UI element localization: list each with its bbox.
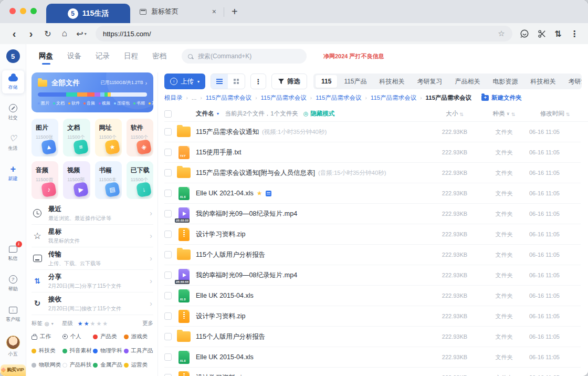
row-checkbox[interactable] [164,231,172,238]
file-tab-chip[interactable]: 科技相关 [525,75,562,88]
app-nav-网盘[interactable]: 网盘 [39,48,53,64]
file-name[interactable]: 115产品需求会议通知 [196,128,259,137]
tab-close-icon[interactable]: × [212,7,216,16]
category-tile[interactable]: 视频11500部▶ [63,161,90,199]
maximize-window-button[interactable] [30,8,37,14]
table-row[interactable]: Elle UK 2015-04.xls222.93KB文件夹06-16 11:0… [164,286,581,306]
breadcrumb-link[interactable]: 115产品需求会议 [260,94,306,102]
new-folder-button[interactable]: 新建文件夹 [481,94,522,102]
row-checkbox[interactable] [164,353,172,361]
minimize-window-button[interactable] [20,8,26,14]
file-tab-chip[interactable]: 115 [316,75,337,88]
file-name[interactable]: Elle UK 2021-04.xls [196,190,254,197]
browser-tab-active[interactable]: 5 115生活 [46,4,130,23]
breadcrumb-link[interactable]: 115产品需求会议 [316,94,361,102]
shortcut-share[interactable]: 分享2月20日(周二)分享了115个文件› [32,270,153,293]
table-row[interactable]: 115产品需求会议通知[附与会人员信息表](音频:15小时35分钟40秒)222… [164,163,581,183]
row-checkbox[interactable] [164,210,172,217]
rail-item-mascot[interactable]: 小五 [2,333,24,360]
list-view-button[interactable] [211,74,228,89]
file-name[interactable]: 设计学习资料.zip [196,312,245,321]
search-box[interactable] [182,49,307,64]
category-tile[interactable]: 网址11500个★ [95,119,122,156]
upload-button[interactable]: 上传 ▾ [164,74,205,89]
row-checkbox[interactable] [164,312,172,320]
tag-item[interactable]: 运营类 [124,361,154,369]
tag-item[interactable]: 工具产品 [124,347,154,354]
tag-item[interactable]: 游戏类 [124,333,154,340]
file-name[interactable]: 设计学习资料.zip [196,373,245,376]
table-row[interactable]: 115产品需求会议通知(视频:1小时35分钟40秒)222.93KB文件夹06-… [164,122,581,142]
reload-button[interactable]: ↻ [40,29,56,39]
browser-tab-newtab[interactable]: 新标签页 × [130,0,224,23]
star-icon[interactable]: ★ [102,320,108,327]
row-checkbox[interactable] [164,251,172,258]
app-nav-设备[interactable]: 设备 [67,48,81,64]
category-tile[interactable]: 软件11500个◈ [127,119,153,156]
kind-column-header[interactable]: 种类∨ [484,110,524,118]
shortcut-transfer[interactable]: 传输上传、下载、云下载等› [32,247,153,270]
table-row[interactable]: 05:55:55我的幸福时光09—08纪录短片.mp4222.93KB文件夹06… [164,265,581,286]
row-checkbox[interactable] [164,169,172,176]
rail-item-storage[interactable]: 存储 [2,70,24,93]
app-nav-记录[interactable]: 记录 [96,48,110,64]
tag-item[interactable]: 科技类 [32,347,61,354]
tag-item[interactable]: 物理学科 [93,347,123,354]
size-column-header[interactable]: 大小 [430,110,479,118]
file-name[interactable]: 我的幸福时光09—08纪录短片.mp4 [196,271,297,280]
tag-item[interactable]: 工作 [32,333,61,340]
tag-item[interactable]: 抖音素材 [62,347,92,354]
star-icon[interactable]: ★ [78,320,83,327]
row-checkbox[interactable] [164,292,172,299]
rail-item-social[interactable]: 社交 [2,101,24,124]
file-tab-chip[interactable]: 电影资源 [487,75,524,88]
file-tab-chip[interactable]: 考研复习 [563,75,582,88]
search-input[interactable] [197,52,300,60]
file-name[interactable]: 设计学习资料.zip [196,230,245,239]
file-name[interactable]: Elle UK 2015-04.xls [196,292,254,299]
star-icon[interactable]: ★ [96,320,101,327]
shortcut-receive[interactable]: 接收2月20日(周二)接收了115个文件› [32,293,153,315]
category-tile[interactable]: 文档11500个≡ [63,119,90,156]
select-all-checkbox[interactable] [164,110,172,118]
table-row[interactable]: 设计学习资料.zip222.93KB文件夹06-16 11:05 [164,368,581,376]
grid-view-button[interactable] [228,74,245,89]
tag-item[interactable]: 物联网类 [32,361,61,369]
more-actions-button[interactable]: ⋮ [250,74,266,89]
scissors-icon[interactable] [538,29,547,38]
file-name[interactable]: 115个人版用户分析报告 [196,332,265,341]
bookmark-star-icon[interactable]: ☆ [495,29,508,38]
tag-item[interactable]: 产品科技 [62,361,92,369]
breadcrumb-link[interactable]: 根目录 [164,94,183,102]
table-row[interactable]: 设计学习资料.zip222.93KB文件夹06-16 11:05 [164,224,581,245]
table-row[interactable]: 设计学习资料.zip222.93KB文件夹06-16 11:05 [164,306,581,327]
close-window-button[interactable] [9,8,16,14]
url-text[interactable]: https://115.com/ [103,30,151,38]
row-checkbox[interactable] [164,271,172,279]
category-tile[interactable]: 图片11500张▲ [32,119,58,156]
file-name[interactable]: Elle UK 2015-04.xls [196,353,254,361]
return-button[interactable]: ↩▾ [74,29,89,39]
home-button[interactable]: ⌂ [57,28,72,39]
file-name[interactable]: 115使用手册.txt [196,148,242,157]
rail-item-client[interactable]: 客户端 [2,302,24,326]
table-row[interactable]: 115个人版用户分析报告222.93KB文件夹06-16 11:05 [164,327,581,347]
rail-item-create[interactable]: 新建 [2,162,24,185]
breadcrumb-link[interactable]: 115产品需求会议 [206,94,251,102]
table-row[interactable]: 115使用手册.txt222.93KB文件夹06-16 11:05 [164,142,581,163]
chevron-down-icon[interactable]: ▾ [51,321,54,326]
category-tile[interactable]: 音频11500首♪ [32,161,58,199]
rail-item-messages[interactable]: 1私信 [2,242,24,265]
row-checkbox[interactable] [164,149,172,156]
star-icon[interactable]: ★ [84,320,89,327]
category-tile[interactable]: 书籍11500本▤ [95,161,122,199]
app-nav-密档[interactable]: 密档 [152,48,166,64]
file-tab-chip[interactable]: 产品相关 [449,75,486,88]
file-name[interactable]: 我的幸福时光09—08纪录短片.mp4 [196,210,297,218]
row-checkbox[interactable] [164,190,172,197]
forward-button[interactable]: › [23,28,39,40]
app-nav-日程[interactable]: 日程 [124,48,138,64]
file-tab-chip[interactable]: 115产品 [338,75,372,88]
rail-item-help[interactable]: 帮助 [2,272,24,295]
file-name[interactable]: 115个人版用户分析报告 [196,250,265,259]
